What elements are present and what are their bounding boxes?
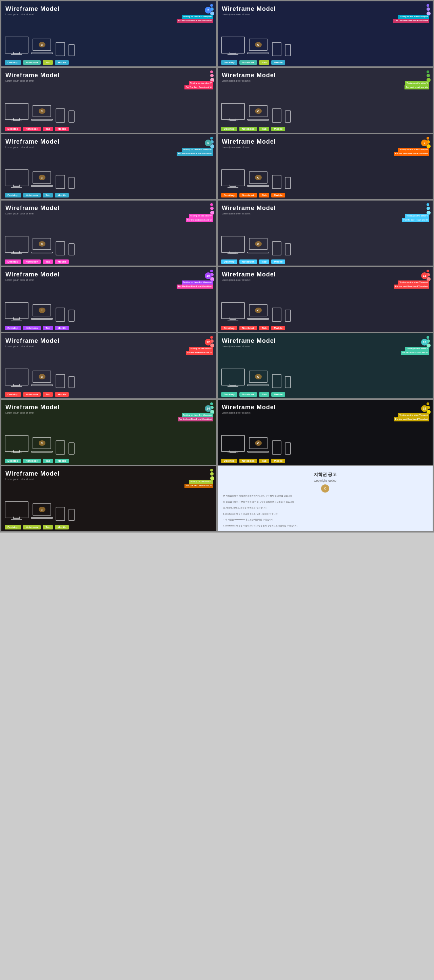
desktop-label-5[interactable]: Desktop <box>5 193 21 197</box>
icon-dot <box>210 270 213 272</box>
tab-label-5[interactable]: Tab <box>43 193 53 197</box>
tab-label-15[interactable]: Tab <box>43 525 53 530</box>
monitor-12 <box>221 369 246 388</box>
mobile-label-15[interactable]: Mobile <box>55 525 69 530</box>
mobile-label-7[interactable]: Mobile <box>55 259 69 264</box>
phone-2 <box>285 44 291 56</box>
notebook-label-5[interactable]: Notebook <box>23 193 41 197</box>
icon-dot <box>426 402 429 405</box>
desktop-label-13[interactable]: Desktop <box>5 459 21 463</box>
notebook-label-11[interactable]: Notebook <box>23 392 41 397</box>
mobile-label-3[interactable]: Mobile <box>55 127 69 131</box>
desktop-label-8[interactable]: Desktop <box>221 259 237 264</box>
notebook-label-8[interactable]: Notebook <box>239 259 257 264</box>
notebook-label-15[interactable]: Notebook <box>23 525 41 530</box>
notebook-label-13[interactable]: Notebook <box>23 459 41 463</box>
laptop-3: C <box>33 105 52 123</box>
tablet-12 <box>272 374 281 388</box>
monitor-7 <box>5 236 29 255</box>
tab-label-14[interactable]: Tab <box>259 459 269 463</box>
laptop-10: C <box>249 304 268 322</box>
tab-label-3[interactable]: Tab <box>43 127 53 131</box>
tab-label-8[interactable]: Tab <box>259 259 269 264</box>
desktop-label-1[interactable]: Desktop <box>5 60 21 65</box>
desktop-label-4[interactable]: Desktop <box>221 127 237 131</box>
notebook-label-3[interactable]: Notebook <box>23 127 41 131</box>
label-row-13: DesktopNotebookTabMobile <box>5 459 213 463</box>
tab-label-2[interactable]: Tab <box>259 60 269 65</box>
icon-dot <box>210 402 213 405</box>
desktop-label-6[interactable]: Desktop <box>221 193 237 197</box>
notebook-label-12[interactable]: Notebook <box>239 392 257 397</box>
icon-dot <box>210 74 214 77</box>
mobile-label-11[interactable]: Mobile <box>55 392 69 397</box>
mobile-label-8[interactable]: Mobile <box>271 259 285 264</box>
desktop-label-2[interactable]: Desktop <box>221 60 237 65</box>
mobile-label-5[interactable]: Mobile <box>55 193 69 197</box>
tab-label-1[interactable]: Tab <box>43 60 53 65</box>
tab-label-7[interactable]: Tab <box>43 259 53 264</box>
mobile-label-12[interactable]: Mobile <box>271 392 285 397</box>
text-badge-1-8: Testing on the other V <box>405 214 429 218</box>
tab-label-12[interactable]: Tab <box>259 392 269 397</box>
tablet-3 <box>56 108 65 123</box>
text-badge-1-4: Testing on the other V <box>405 81 429 85</box>
mobile-label-14[interactable]: Mobile <box>271 459 285 463</box>
desktop-label-14[interactable]: Desktop <box>221 459 237 463</box>
devices-area-2: C <box>221 26 429 56</box>
card-7: Wireframe Model Lorem ipsum dolor sit am… <box>2 200 216 266</box>
mobile-label-13[interactable]: Mobile <box>55 459 69 463</box>
tab-label-13[interactable]: Tab <box>43 459 53 463</box>
label-row-1: DesktopNotebookTabMobile <box>5 60 213 65</box>
tab-label-4[interactable]: Tab <box>259 127 269 131</box>
notebook-label-7[interactable]: Notebook <box>23 259 41 264</box>
label-row-10: DesktopNotebookTabMobile <box>221 326 429 330</box>
icon-cluster-8 <box>426 203 431 215</box>
mobile-label-4[interactable]: Mobile <box>271 127 285 131</box>
text-badge-1-5: Testing on the other Viewport <box>182 148 213 152</box>
devices-area-15: C <box>5 490 213 521</box>
monitor-9 <box>5 302 29 322</box>
icon-dot <box>210 137 213 140</box>
notebook-label-9[interactable]: Notebook <box>23 326 41 330</box>
card-subtitle-10: Lorem ipsum dolor sit amet <box>222 279 429 281</box>
notebook-label-6[interactable]: Notebook <box>239 193 257 197</box>
mobile-label-1[interactable]: Mobile <box>55 60 69 65</box>
notebook-label-10[interactable]: Notebook <box>239 326 257 330</box>
card-2: Wireframe Model Lorem ipsum dolor sit am… <box>218 2 432 67</box>
tab-label-11[interactable]: Tab <box>43 392 53 397</box>
card-8: Wireframe Model Lorem ipsum dolor sit am… <box>218 200 432 266</box>
mobile-label-6[interactable]: Mobile <box>271 193 285 197</box>
tablet-9 <box>56 308 65 322</box>
card-title-10: Wireframe Model <box>222 271 429 278</box>
tab-label-10[interactable]: Tab <box>259 326 269 330</box>
card-subtitle-9: Lorem ipsum dolor sit amet <box>5 279 212 281</box>
tab-label-9[interactable]: Tab <box>43 326 53 330</box>
text-badge-2-4: For best result and Vis <box>405 85 429 89</box>
icon-cluster-13: 14 <box>210 402 214 414</box>
card-number-9: 10 <box>205 272 212 279</box>
mobile-label-9[interactable]: Mobile <box>55 326 69 330</box>
card-title-15: Wireframe Model <box>5 470 212 477</box>
desktop-label-11[interactable]: Desktop <box>5 392 21 397</box>
desktop-label-9[interactable]: Desktop <box>5 326 21 330</box>
desktop-label-7[interactable]: Desktop <box>5 259 21 264</box>
devices-area-14: C <box>221 424 429 455</box>
desktop-label-15[interactable]: Desktop <box>5 525 21 530</box>
devices-area-4: C <box>221 92 429 123</box>
desktop-label-12[interactable]: Desktop <box>221 392 237 397</box>
notebook-label-2[interactable]: Notebook <box>239 60 257 65</box>
card-subtitle-13: Lorem ipsum dolor sit amet <box>5 412 212 414</box>
desktop-label-10[interactable]: Desktop <box>221 326 237 330</box>
card-subtitle-11: Lorem ipsum dolor sit amet <box>5 345 212 348</box>
tablet-2 <box>272 42 281 56</box>
mobile-label-10[interactable]: Mobile <box>271 326 285 330</box>
notebook-label-1[interactable]: Notebook <box>23 60 41 65</box>
tab-label-6[interactable]: Tab <box>259 193 269 197</box>
notebook-label-14[interactable]: Notebook <box>239 459 257 463</box>
card-number-14: 15 <box>421 405 428 412</box>
desktop-label-3[interactable]: Desktop <box>5 127 21 131</box>
mobile-label-2[interactable]: Mobile <box>271 60 285 65</box>
notebook-label-4[interactable]: Notebook <box>239 127 257 131</box>
devices-area-9: C <box>5 291 213 322</box>
